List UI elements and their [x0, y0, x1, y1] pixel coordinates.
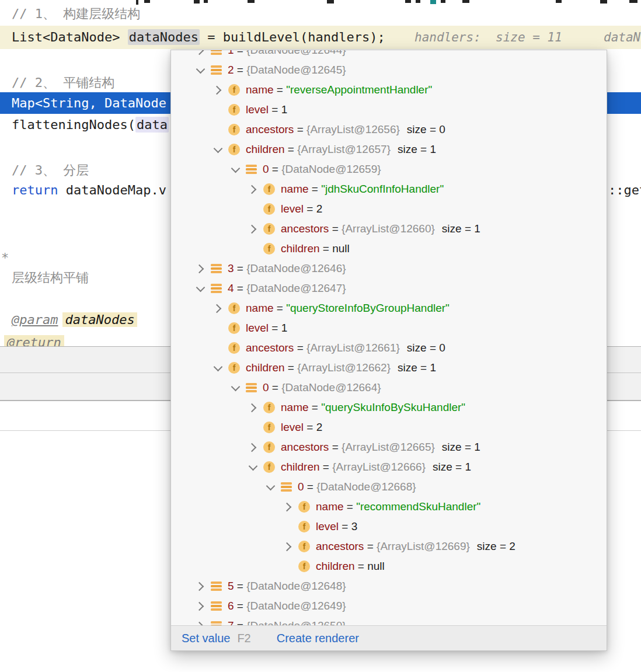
javadoc-param-value[interactable]: dataNodes	[62, 312, 137, 327]
set-value-link[interactable]: Set value	[182, 632, 230, 645]
variable-value: {DataNode@12659}	[281, 163, 381, 176]
comment-line-3[interactable]: // 3、 分层	[12, 160, 89, 181]
tree-row[interactable]: fchildren = {ArrayList@12657}size = 1	[171, 140, 607, 159]
tree-row[interactable]: fancestors = {ArrayList@12661}size = 0	[171, 338, 607, 358]
selected-identifier[interactable]: dataNodes	[128, 29, 200, 45]
expand-chevron[interactable]	[248, 462, 257, 472]
javadoc-description[interactable]: 层级结构平铺	[12, 267, 89, 288]
variable-name: level	[316, 520, 339, 533]
variable-value: {ArrayList@12666}	[332, 461, 426, 473]
expand-chevron[interactable]	[283, 542, 292, 551]
javadoc-return-line[interactable]: @return	[4, 334, 64, 346]
equals-sign: =	[344, 500, 357, 513]
tree-row[interactable]: fname = "reverseAppointmentHandler"	[171, 80, 607, 100]
expand-chevron[interactable]	[213, 363, 222, 372]
tree-row[interactable]: 0 = {DataNode@12664}	[171, 378, 607, 398]
code-line-flattening[interactable]: flatteningNodes(data	[12, 114, 169, 135]
tree-row[interactable]: fname = "jdhSkuConfInfoHandler"	[171, 179, 607, 199]
expand-chevron[interactable]	[196, 65, 205, 75]
tree-row[interactable]: 5 = {DataNode@12648}	[171, 576, 607, 596]
highlighted-argument[interactable]: data	[135, 117, 169, 133]
javadoc-param-tag: @param	[12, 312, 58, 327]
tree-row[interactable]: fname = "queryStoreInfoByGroupHandler"	[171, 298, 607, 318]
expand-chevron[interactable]	[248, 184, 257, 194]
tree-row[interactable]: fchildren = null	[171, 556, 607, 576]
variable-name: level	[281, 421, 304, 434]
tree-row[interactable]: 1 = {DataNode@12644}	[171, 50, 607, 60]
comment-line-2[interactable]: // 2、 平铺结构	[12, 72, 114, 93]
tree-row[interactable]: 7 = {DataNode@12650}	[171, 616, 607, 625]
expand-chevron[interactable]	[196, 582, 205, 591]
variable-value: {DataNode@12668}	[316, 481, 416, 493]
equals-sign: =	[329, 441, 342, 454]
expand-chevron[interactable]	[248, 443, 257, 452]
tree-row[interactable]: 0 = {DataNode@12668}	[171, 477, 607, 497]
code-line-return[interactable]: return dataNodeMap.v	[12, 180, 166, 201]
field-icon: f	[228, 302, 240, 314]
tree-row[interactable]: 0 = {DataNode@12659}	[171, 159, 607, 179]
tree-row[interactable]: fancestors = {ArrayList@12660}size = 1	[171, 219, 607, 239]
tree-row[interactable]: 4 = {DataNode@12647}	[171, 278, 607, 298]
expand-chevron[interactable]	[248, 403, 257, 412]
comment-line-1[interactable]: // 1、 构建层级结构	[12, 4, 140, 25]
expand-chevron[interactable]	[213, 85, 222, 95]
variable-value: {DataNode@12649}	[246, 600, 346, 612]
variable-value: 3	[351, 520, 358, 533]
expand-chevron[interactable]	[213, 145, 222, 154]
expand-chevron[interactable]	[196, 264, 205, 273]
expand-chevron[interactable]	[196, 621, 205, 625]
variable-name: 5	[228, 580, 234, 593]
equals-sign: =	[269, 163, 282, 176]
code-fragment-right[interactable]: ::get	[608, 180, 641, 201]
expand-chevron[interactable]	[283, 502, 292, 511]
expand-chevron[interactable]	[266, 482, 275, 492]
expand-chevron	[248, 204, 257, 214]
array-element-icon	[211, 582, 222, 591]
tree-row[interactable]: fname = "querySkuInfoBySkuHandler"	[171, 398, 607, 417]
tree-row[interactable]: flevel = 1	[171, 100, 607, 120]
field-icon: f	[228, 144, 240, 155]
expand-chevron[interactable]	[231, 383, 240, 392]
equals-sign: =	[355, 560, 368, 573]
tree-row[interactable]: fname = "recommendSkuHandler"	[171, 497, 607, 517]
variable-name: children	[316, 560, 355, 573]
tree-row[interactable]: fchildren = null	[171, 239, 607, 259]
tree-row[interactable]: fchildren = {ArrayList@12666}size = 1	[171, 457, 607, 477]
collection-size: size = 1	[442, 441, 480, 454]
expand-chevron[interactable]	[231, 165, 240, 174]
expand-chevron[interactable]	[248, 224, 257, 234]
equals-sign: =	[304, 421, 316, 434]
inline-debug-hint-datanodes: dataN	[604, 26, 640, 49]
expand-chevron[interactable]	[196, 50, 205, 55]
expand-chevron	[248, 244, 257, 253]
field-icon: f	[228, 124, 240, 135]
tree-row[interactable]: fchildren = {ArrayList@12662}size = 1	[171, 358, 607, 378]
tree-row[interactable]: flevel = 1	[171, 318, 607, 338]
variable-name: name	[246, 302, 274, 315]
javadoc-param-line[interactable]: @paramdataNodes	[12, 309, 137, 330]
expand-chevron[interactable]	[196, 601, 205, 611]
create-renderer-link[interactable]: Create renderer	[277, 632, 359, 645]
field-icon: f	[228, 342, 240, 354]
expand-chevron[interactable]	[196, 284, 205, 293]
javadoc-return-tag: @return	[4, 335, 64, 346]
tree-row[interactable]: 3 = {DataNode@12646}	[171, 259, 607, 278]
array-element-icon	[281, 482, 292, 492]
variable-value: {DataNode@12646}	[246, 262, 346, 275]
equals-sign: =	[274, 302, 287, 315]
variable-value: {ArrayList@12665}	[342, 441, 435, 454]
tree-row[interactable]: fancestors = {ArrayList@12669}size = 2	[171, 537, 607, 556]
tree-row[interactable]: flevel = 3	[171, 517, 607, 537]
tree-row[interactable]: fancestors = {ArrayList@12656}size = 0	[171, 120, 607, 140]
tree-row[interactable]: flevel = 2	[171, 199, 607, 219]
tree-row[interactable]: 6 = {DataNode@12649}	[171, 596, 607, 616]
tree-row[interactable]: flevel = 2	[171, 417, 607, 437]
tree-row[interactable]: fancestors = {ArrayList@12665}size = 1	[171, 437, 607, 457]
execution-line[interactable]: List<DataNode> dataNodes = buildLevel(ha…	[0, 26, 641, 49]
variable-value: "querySkuInfoBySkuHandler"	[321, 401, 465, 414]
tree-row[interactable]: 2 = {DataNode@12645}	[171, 60, 607, 80]
expand-chevron[interactable]	[213, 304, 222, 313]
equals-sign: =	[234, 64, 247, 76]
equals-sign: =	[329, 222, 342, 235]
variable-value: {DataNode@12648}	[246, 580, 346, 593]
